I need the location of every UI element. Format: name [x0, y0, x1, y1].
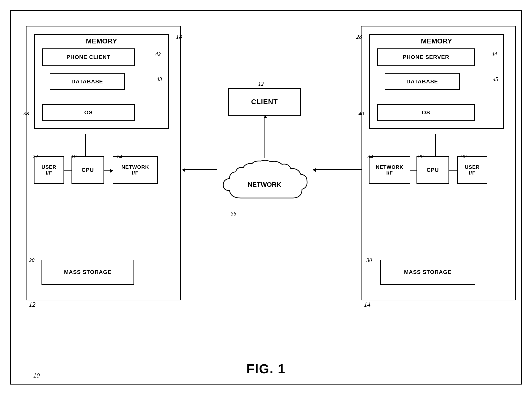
ref-44: 44: [492, 51, 497, 57]
line-cloud-to-right-networkif: [313, 169, 362, 170]
line-memory-to-cpu-left: [85, 134, 86, 159]
ref-30: 30: [366, 257, 372, 263]
ref-38: 38: [24, 110, 29, 117]
phone-server-box: PHONE SERVER: [377, 48, 475, 66]
ref-45: 45: [493, 76, 498, 82]
ref-16: 16: [71, 153, 76, 160]
line-cpu-userif-right: [449, 170, 457, 171]
ref-12-left: 12: [29, 301, 36, 308]
network-if-left-box: NETWORK I/F: [113, 156, 158, 184]
client-system-box: 12 MEMORY 18 PHONE CLIENT 42 DATABASE 43…: [26, 26, 181, 300]
client-center-box: CLIENT: [228, 88, 301, 116]
ref-40: 40: [358, 110, 364, 117]
network-if-right-box: NETWORK I/F: [369, 156, 410, 184]
fig-caption: FIG. 1: [246, 361, 286, 376]
memory-box-right: MEMORY 28 PHONE SERVER 44 DATABASE 45 OS…: [369, 34, 504, 129]
ref-32: 32: [461, 153, 466, 160]
memory-label-left: MEMORY: [35, 37, 168, 45]
memory-label-right: MEMORY: [370, 37, 503, 45]
memory-box-left: MEMORY 18 PHONE CLIENT 42 DATABASE 43 OS…: [34, 34, 169, 129]
ref-22: 22: [32, 153, 38, 160]
svg-text:NETWORK: NETWORK: [248, 181, 282, 188]
user-if-left-box: USER I/F: [34, 156, 64, 184]
mass-storage-left-box: MASS STORAGE: [42, 260, 134, 285]
database-right-box: DATABASE: [385, 73, 460, 90]
database-left-box: DATABASE: [50, 73, 125, 90]
diagram-container: 10 12 MEMORY 18 PHONE CLIENT 42 DATABASE…: [10, 10, 522, 385]
ref-14: 14: [364, 301, 370, 308]
server-system-box: 14 MEMORY 28 PHONE SERVER 44 DATABASE 45…: [361, 26, 516, 300]
ref-43: 43: [156, 76, 162, 82]
line-left-networkif-to-cloud: [182, 169, 217, 170]
ref-20: 20: [29, 257, 34, 263]
os-left-box: OS: [42, 104, 135, 121]
ref-24: 24: [116, 153, 122, 160]
ref-10: 10: [33, 372, 40, 379]
user-if-right-box: USER I/F: [457, 156, 487, 184]
ref-42: 42: [155, 51, 161, 57]
ref-26: 26: [418, 153, 424, 160]
cpu-left-box: CPU: [72, 156, 104, 184]
line-userif-cpu-left: [64, 170, 72, 171]
ref-34: 34: [368, 153, 373, 160]
line-networkif-cpu-right: [410, 170, 416, 171]
mass-storage-right-box: MASS STORAGE: [380, 260, 475, 285]
ref-18: 18: [176, 33, 182, 40]
phone-client-box: PHONE CLIENT: [42, 48, 135, 66]
ref-28: 28: [356, 33, 362, 40]
line-memory-to-cpu-right: [435, 134, 436, 159]
cpu-right-box: CPU: [416, 156, 449, 184]
ref-36: 36: [231, 210, 236, 217]
network-cloud: NETWORK: [216, 158, 313, 213]
line-cpu-networkif-left: [104, 170, 113, 171]
ref-12-center: 12: [258, 81, 264, 87]
os-right-box: OS: [377, 104, 475, 121]
line-cpu-to-mass-right: [433, 184, 433, 211]
line-client-to-network: [264, 116, 265, 162]
line-cpu-to-mass-left: [88, 184, 88, 211]
